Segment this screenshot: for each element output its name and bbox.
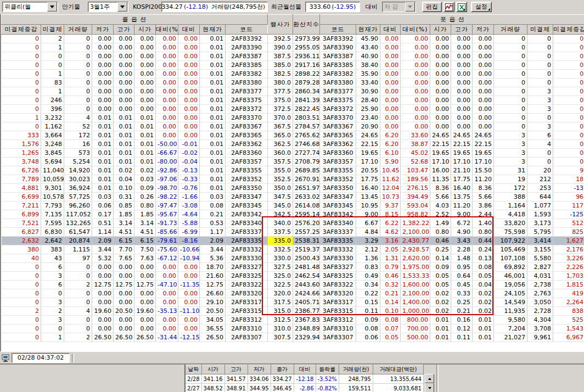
option-row[interactable]: 0300.000.000.000.000.0034.052AF83312312.… (2, 316, 584, 324)
option-row[interactable]: 1,5763,248160.010.010.01-50.00-0.010.012… (2, 140, 584, 149)
call-price: 18.70 (200, 263, 226, 272)
strike-price: 362.5 (268, 140, 293, 149)
option-row[interactable]: 0600.000.000.000.000.0018.702AF83327327.… (2, 263, 584, 272)
chevron-down-icon[interactable] (47, 2, 57, 12)
put-change: 0.32 (380, 281, 401, 289)
option-row[interactable]: 0000.000.000.000.000.0026.602AF83320320.… (2, 289, 584, 298)
converted-index: 2898.22 (293, 70, 320, 79)
weekly-dropdown[interactable]: 위클리(월 (2, 2, 58, 12)
option-row[interactable]: 7,5217,595132,2650.513.143.14-91.73-5.88… (2, 219, 584, 228)
scroll-up-button[interactable] (425, 374, 434, 383)
put-oi-change: 0 (553, 114, 584, 122)
put-change-pct: 1,533.33 (401, 272, 430, 281)
compare-dropdown[interactable]: 차 감 (382, 2, 416, 12)
expiry-label: 만기물 (62, 2, 80, 12)
put-open-interest: 2,728 (527, 307, 553, 316)
put-high: 0.00 (451, 70, 473, 79)
option-row[interactable]: 13,23240.010.010.010.000.000.012AF833703… (2, 114, 584, 122)
call-open: 0.00 (134, 70, 156, 79)
expiry-dropdown[interactable]: 3월1주 (88, 2, 128, 12)
option-row[interactable]: 01226.5026.5026.50-31.44-12.1526.502AF83… (2, 333, 584, 342)
put-open: 0.00 (430, 70, 451, 79)
option-row[interactable]: 0100.000.000.000.000.000.012AF83377377.5… (2, 87, 584, 96)
option-row[interactable]: 3,7485,6945,2540.010.010.01-80.00-0.040.… (2, 158, 584, 166)
put-volume: 388 (494, 193, 527, 201)
put-volume: 9,580 (494, 316, 527, 324)
call-volume: 1,115 (64, 245, 92, 254)
put-volume: 3 (494, 158, 527, 166)
daily-close: 334.27 (271, 374, 294, 384)
option-row[interactable]: 1,2653,8455730.010.010.01-66.67-0.020.01… (2, 149, 584, 158)
option-row[interactable]: 6,8276,83061,5471.144.514.51-85.66-6.991… (2, 228, 584, 237)
option-row[interactable]: 0000.000.000.000.000.000.012AF83387387.5… (2, 52, 584, 61)
call-open: 4.51 (134, 228, 156, 237)
strike-price: 375.0 (268, 96, 293, 105)
put-high: 0.00 (451, 52, 473, 61)
put-open: 0.00 (430, 87, 451, 96)
option-row[interactable]: 3803831,1153.447.707.50-75.60-10.663.442… (2, 245, 584, 254)
option-row[interactable]: 0300.000.000.000.000.0021.602AF83325325.… (2, 272, 584, 281)
put-change-pct: 0.00 (401, 96, 430, 105)
call-volume: 0 (64, 70, 92, 79)
converted-index: 2386.77 (293, 307, 320, 316)
option-row[interactable]: 0300.000.000.000.000.0029.102AF83317317.… (2, 298, 584, 307)
call-price: 0.03 (200, 193, 226, 201)
call-low: 0.01 (92, 140, 114, 149)
call-open-interest: 3,664 (41, 131, 64, 140)
call-oi-change: 6,899 (2, 210, 41, 219)
call-oi-change: 0 (2, 52, 41, 61)
put-open-interest: 4,304 (527, 316, 553, 324)
option-row[interactable]: 22419.6020.5019.60-35.13-11.1020.502AF83… (2, 307, 584, 316)
daily-volume-thousands: 159,511 (339, 384, 373, 392)
option-row[interactable]: 01,162520.010.010.010.000.000.012AF83367… (2, 122, 584, 131)
option-row[interactable]: 039600.000.000.000.000.000.012AF83372372… (2, 105, 584, 114)
excel-icon-button[interactable] (456, 2, 467, 12)
option-row[interactable]: 4043975.327.657.63-67.12-10.945.362AF833… (2, 254, 584, 263)
chart-icon-button[interactable] (443, 2, 454, 12)
option-row[interactable]: 0000.000.000.000.000.0036.552AF83310310.… (2, 324, 584, 333)
put-oi-change: 1,627 (553, 237, 584, 245)
settings-button[interactable]: 설정 (471, 2, 492, 12)
daily-row[interactable]: 2/27348.52348.91344.95346.45-2.86-0.82%1… (185, 384, 423, 392)
call-low: 0.51 (92, 219, 114, 228)
put-oi-change: 525 (553, 316, 584, 324)
option-row[interactable]: 7,78910,05930,0230.010.040.03-97.06-0.33… (2, 175, 584, 184)
call-volume: 30,023 (64, 175, 92, 184)
option-row[interactable]: 6,69910,57857,7250.030.310.26-98.22-1.66… (2, 193, 584, 201)
put-open: 0.25 (430, 245, 451, 254)
edit-button[interactable]: 편집 (422, 2, 442, 12)
put-change-pct: 0.00 (401, 35, 430, 43)
option-row[interactable]: 7,2117,79396,2600.060.850.80-97.47-3.080… (2, 201, 584, 210)
scroll-down-button[interactable] (425, 383, 434, 392)
option-row[interactable]: 3333,6641720.010.010.010.000.000.012AF83… (2, 131, 584, 140)
put-open-interest: 1,077 (527, 201, 553, 210)
option-row[interactable]: 08300.000.000.000.000.000.012AF83380380.… (2, 79, 584, 87)
chevron-down-icon[interactable] (117, 2, 127, 12)
option-row[interactable]: 024600.000.000.000.000.000.012AF83375375… (2, 96, 584, 105)
daily-row[interactable]: 2/28341.16341.57334.06334.27-12.18-3.52%… (185, 374, 423, 384)
put-oi-change: 117 (553, 201, 584, 210)
put-volume: 0 (494, 79, 527, 87)
call-change-pct: 0.00 (156, 263, 178, 272)
option-row[interactable]: 06212.7512.7512.75-47.10-11.3512.752AF83… (2, 281, 584, 289)
put-volume: 0 (494, 43, 527, 52)
column-header: 대비(%) (401, 25, 430, 35)
option-row[interactable]: 0200.000.000.000.000.000.012AF83392392.5… (2, 35, 584, 43)
call-high: 26.50 (114, 333, 134, 342)
option-row[interactable]: 6,8997,135117,0520.171.851.85-95.67-4.64… (2, 210, 584, 219)
put-volume: 4,418 (494, 210, 527, 219)
call-oi-change: 0 (2, 43, 41, 52)
option-row[interactable]: 6,72611,04014,9200.010.020.02-92.86-0.13… (2, 166, 584, 175)
option-row[interactable]: 0000.000.000.000.000.000.012AF83385385.0… (2, 61, 584, 70)
daily-low: 344.95 (248, 384, 271, 392)
call-oi-change: 7,211 (2, 201, 41, 210)
call-volume: 0 (64, 43, 92, 52)
put-change-pct: 1,400.00 (401, 298, 430, 307)
call-volume: 0 (64, 35, 92, 43)
option-row[interactable]: 0100.000.000.000.000.000.012AF83390390.0… (2, 43, 584, 52)
option-row[interactable]: 2,6322,64220,8742.096.156.15-79.61-8.162… (2, 237, 584, 245)
option-row[interactable]: 0100.000.000.000.000.000.012AF83382382.5… (2, 70, 584, 79)
put-open: 0.00 (430, 105, 451, 114)
put-open: 0.00 (430, 61, 451, 70)
option-row[interactable]: 4,8819,30136,9240.010.100.09-98.70-0.760… (2, 184, 584, 193)
